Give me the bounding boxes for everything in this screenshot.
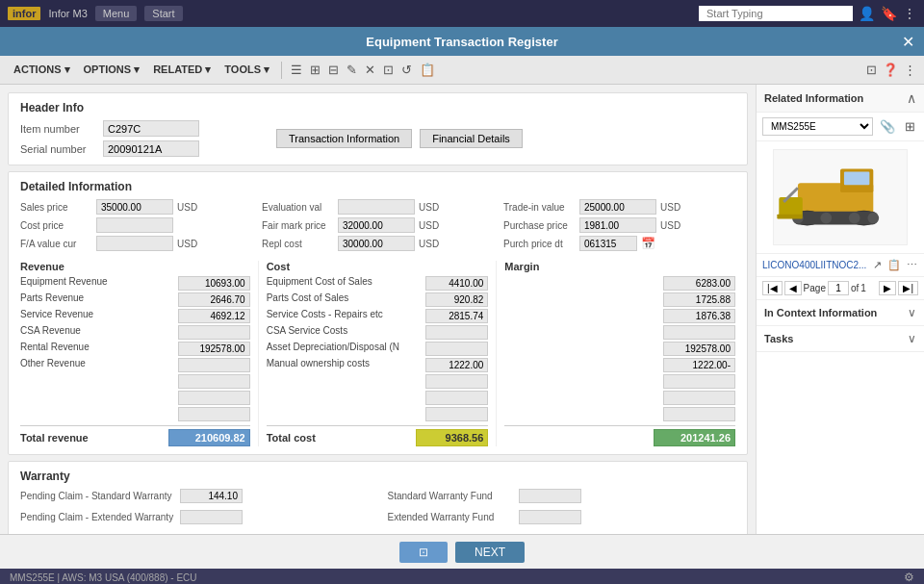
eval-val-suffix: USD	[419, 202, 439, 213]
fair-mark-input[interactable]	[338, 217, 415, 233]
pending-std-label: Pending Claim - Standard Warranty	[20, 491, 174, 501]
service-cost-input[interactable]	[425, 309, 488, 323]
service-revenue-input[interactable]	[178, 309, 250, 323]
calendar-icon[interactable]: 📅	[641, 237, 655, 250]
svg-point-9	[867, 213, 879, 224]
margin-8[interactable]	[663, 391, 735, 405]
revenue-extra-1[interactable]	[178, 374, 250, 389]
transaction-info-button[interactable]: Transaction Information	[276, 129, 412, 148]
toolbar-icon-1[interactable]: ☰	[288, 62, 305, 78]
cost-extra-2[interactable]	[425, 391, 488, 405]
csa-revenue-input[interactable]	[178, 325, 250, 340]
csa-cost-input[interactable]	[425, 325, 488, 340]
actions-menu[interactable]: ACTIONS ▾	[8, 62, 76, 78]
page-total: 1	[860, 283, 866, 293]
page-first-button[interactable]: |◀	[762, 281, 783, 295]
page-last-button[interactable]: ▶|	[898, 281, 918, 295]
cost-extra-3[interactable]	[425, 407, 488, 421]
item-number-input[interactable]	[103, 120, 199, 137]
svg-rect-11	[777, 215, 802, 219]
trade-in-input[interactable]	[579, 199, 656, 215]
expand-button[interactable]: ⊞	[902, 118, 918, 135]
toolbar-icon-2[interactable]: ⊞	[307, 62, 323, 78]
margin-2[interactable]	[663, 292, 735, 307]
purchase-price-input[interactable]	[579, 217, 656, 233]
margin-9[interactable]	[663, 407, 735, 421]
pending-ext-input[interactable]	[180, 510, 243, 524]
parts-revenue-input[interactable]	[178, 292, 250, 307]
page-icon-button[interactable]: ⊡	[399, 542, 448, 563]
std-warranty-fund-input[interactable]	[519, 489, 581, 503]
manual-cost-label: Manual ownership costs	[267, 358, 370, 372]
cost-title: Cost	[267, 261, 489, 272]
toolbar-right-3[interactable]: ⋮	[904, 63, 916, 77]
item-copy-button[interactable]: 📋	[886, 258, 902, 272]
margin-5[interactable]	[663, 342, 735, 356]
search-input[interactable]	[699, 6, 853, 21]
in-context-section[interactable]: In Context Information ∨	[757, 300, 924, 326]
revenue-extra-3[interactable]	[178, 407, 250, 421]
asset-depr-label: Asset Depreciation/Disposal (N	[267, 342, 399, 356]
page-next-button[interactable]: ▶	[879, 281, 896, 295]
collapse-button[interactable]: ∧	[907, 90, 916, 106]
margin-3[interactable]	[663, 309, 735, 323]
pending-std-input[interactable]	[180, 489, 243, 503]
cost-price-input[interactable]	[96, 217, 173, 233]
eval-val-input[interactable]	[338, 199, 415, 215]
repl-cost-label: Repl cost	[262, 239, 334, 249]
attach-button[interactable]: 📎	[877, 118, 898, 135]
item-more-button[interactable]: ⋯	[906, 258, 918, 272]
toolbar-right-1[interactable]: ⊡	[866, 63, 877, 77]
tools-menu[interactable]: TOOLS ▾	[218, 62, 275, 78]
toolbar-icon-5[interactable]: ✕	[362, 62, 378, 78]
equip-revenue-input[interactable]	[178, 276, 250, 291]
next-button[interactable]: NEXT	[455, 542, 525, 563]
toolbar-icon-7[interactable]: ↺	[398, 62, 415, 78]
warranty-section: Warranty Pending Claim - Standard Warran…	[8, 461, 748, 534]
trade-in-suffix: USD	[660, 202, 680, 213]
detailed-info-section: Detailed Information Sales price USD Eva…	[8, 171, 748, 455]
toolbar-icon-3[interactable]: ⊟	[325, 62, 342, 78]
item-number-label: Item number	[20, 123, 97, 135]
cost-extra-1[interactable]	[425, 374, 488, 389]
fa-value-input[interactable]	[96, 236, 173, 251]
margin-1[interactable]	[663, 276, 735, 291]
toolbar-icon-6[interactable]: ⊡	[380, 62, 397, 78]
manual-cost-input[interactable]	[425, 358, 488, 372]
toolbar-icon-4[interactable]: ✎	[344, 62, 360, 78]
start-button[interactable]: Start	[144, 6, 182, 21]
rental-revenue-input[interactable]	[178, 342, 250, 356]
revenue-extra-2[interactable]	[178, 391, 250, 405]
page-prev-button[interactable]: ◀	[784, 281, 802, 295]
financial-details-button[interactable]: Financial Details	[420, 129, 523, 148]
options-menu[interactable]: OPTIONS ▾	[78, 62, 146, 78]
toolbar-right-2[interactable]: ❓	[883, 63, 898, 77]
total-cost-input[interactable]	[416, 429, 488, 446]
settings-icon[interactable]: ⚙	[904, 571, 914, 584]
item-name-link[interactable]: LICONO400LIITNOC2...	[762, 260, 868, 270]
page-label: Page	[804, 283, 826, 293]
ext-warranty-fund-input[interactable]	[519, 510, 581, 524]
other-revenue-input[interactable]	[178, 358, 250, 372]
related-select[interactable]: MMS255E	[762, 117, 873, 136]
item-link-button[interactable]: ↗	[872, 258, 883, 272]
related-menu[interactable]: RELATED ▾	[147, 62, 217, 78]
asset-depr-input[interactable]	[425, 342, 488, 356]
margin-7[interactable]	[663, 374, 735, 389]
page-input[interactable]	[828, 281, 849, 295]
serial-number-input[interactable]	[103, 140, 199, 157]
tasks-section[interactable]: Tasks ∨	[757, 326, 924, 352]
close-button[interactable]: ✕	[902, 33, 914, 51]
margin-4[interactable]	[663, 325, 735, 340]
equip-cost-input[interactable]	[425, 276, 488, 291]
warranty-title: Warranty	[20, 470, 735, 483]
toolbar-icon-8[interactable]: 📋	[417, 62, 438, 78]
repl-cost-input[interactable]	[338, 236, 415, 251]
sales-price-input[interactable]	[96, 199, 173, 215]
parts-cost-input[interactable]	[425, 292, 488, 307]
menu-button[interactable]: Menu	[95, 6, 138, 21]
purch-date-input[interactable]	[579, 236, 637, 251]
total-revenue-input[interactable]	[168, 429, 250, 446]
total-margin-input[interactable]	[654, 429, 735, 446]
margin-6[interactable]	[663, 358, 735, 372]
